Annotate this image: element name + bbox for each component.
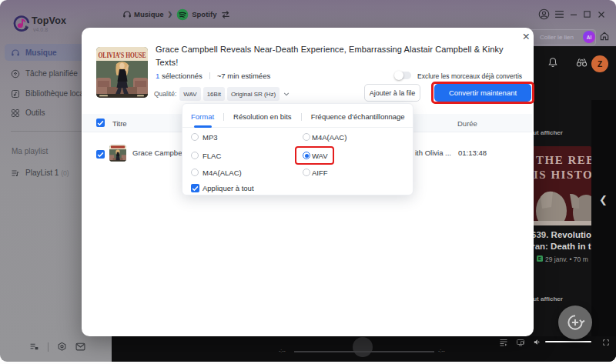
svg-text:OLIVIA’S HOUSE: OLIVIA’S HOUSE: [99, 50, 146, 59]
svg-text:IS HISTO: IS HISTO: [534, 169, 591, 181]
svg-text:THE REB: THE REB: [536, 154, 591, 166]
